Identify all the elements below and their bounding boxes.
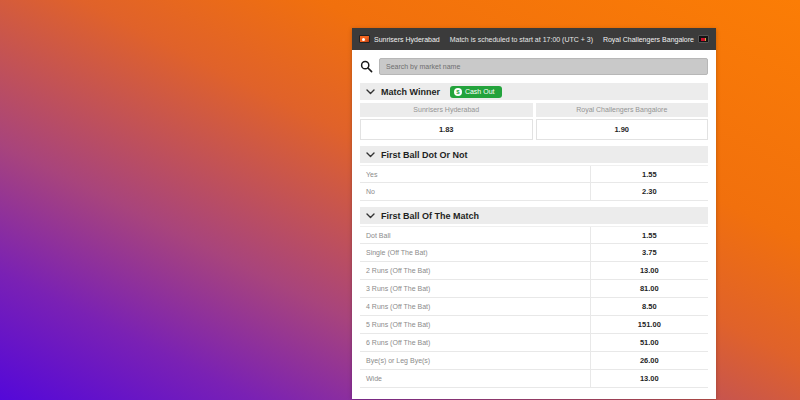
selection-odds[interactable]: 151.00 [590, 316, 708, 333]
selection-row[interactable]: Single (Off The Bat) 3.75 [360, 244, 708, 262]
page-background: { "header": { "home_team": "Sunrisers Hy… [0, 0, 800, 400]
chevron-down-icon [366, 151, 375, 158]
selection-rows: Yes 1.55 No 2.30 [360, 165, 708, 201]
selection-odds[interactable]: 3.75 [590, 244, 708, 261]
home-team: Sunrisers Hyderabad [359, 35, 440, 43]
selection-rows: Dot Ball 1.55 Single (Off The Bat) 3.75 … [360, 226, 708, 388]
selection-label: 5 Runs (Off The Bat) [360, 316, 590, 333]
selection-row[interactable]: Wide 13.00 [360, 370, 708, 388]
selection-row[interactable]: Bye(s) or Leg Bye(s) 26.00 [360, 352, 708, 370]
selection-label: 6 Runs (Off The Bat) [360, 334, 590, 351]
away-team-name: Royal Challengers Bangalore [603, 36, 694, 43]
selection-row[interactable]: No 2.30 [360, 183, 708, 201]
market-header-first-ball-dot-or-not[interactable]: First Ball Dot Or Not [360, 146, 708, 163]
cash-out-label: Cash Out [465, 88, 495, 95]
selection-label: Single (Off The Bat) [360, 244, 590, 261]
selection-label: Dot Ball [360, 227, 590, 243]
chevron-down-icon [366, 88, 375, 95]
market-title: First Ball Dot Or Not [381, 150, 468, 160]
selection-row[interactable]: 5 Runs (Off The Bat) 151.00 [360, 316, 708, 334]
cash-out-button[interactable]: $ Cash Out [450, 86, 502, 98]
selection-odds[interactable]: 13.00 [590, 370, 708, 387]
selection-row[interactable]: 3 Runs (Off The Bat) 81.00 [360, 280, 708, 298]
selection-label: 4 Runs (Off The Bat) [360, 298, 590, 315]
selection-row[interactable]: Dot Ball 1.55 [360, 226, 708, 244]
rcb-flag-icon [698, 35, 709, 43]
market-title: First Ball Of The Match [381, 211, 479, 221]
outcome-name-away: Royal Challengers Bangalore [536, 103, 709, 117]
selection-label: Yes [360, 166, 590, 182]
market-match-winner: Match Winner $ Cash Out Sunrisers Hydera… [360, 83, 708, 140]
market-title: Match Winner [381, 87, 440, 97]
search-icon [360, 60, 373, 73]
selection-label: 2 Runs (Off The Bat) [360, 262, 590, 279]
match-status-text: Match is scheduled to start at 17:00 (UT… [450, 36, 593, 43]
markets-list: Match Winner $ Cash Out Sunrisers Hydera… [352, 50, 716, 399]
coin-dollar-icon: $ [454, 88, 462, 96]
odds-button-away[interactable]: 1.90 [536, 119, 709, 140]
market-first-ball-of-the-match: First Ball Of The Match Dot Ball 1.55 Si… [360, 207, 708, 388]
selection-row[interactable]: Yes 1.55 [360, 165, 708, 183]
match-header: Sunrisers Hyderabad Match is scheduled t… [352, 28, 716, 50]
selection-odds[interactable]: 1.55 [590, 227, 708, 243]
market-header-first-ball-of-the-match[interactable]: First Ball Of The Match [360, 207, 708, 224]
search-input[interactable] [379, 58, 708, 75]
srh-flag-icon [359, 35, 370, 43]
selection-odds[interactable]: 81.00 [590, 280, 708, 297]
outcome-name-row: Sunrisers Hyderabad Royal Challengers Ba… [360, 103, 708, 117]
selection-odds[interactable]: 1.55 [590, 166, 708, 182]
market-first-ball-dot-or-not: First Ball Dot Or Not Yes 1.55 No 2.30 [360, 146, 708, 201]
selection-row[interactable]: 4 Runs (Off The Bat) 8.50 [360, 298, 708, 316]
selection-odds[interactable]: 2.30 [590, 183, 708, 200]
selection-label: 3 Runs (Off The Bat) [360, 280, 590, 297]
selection-odds[interactable]: 8.50 [590, 298, 708, 315]
selection-label: Wide [360, 370, 590, 387]
chevron-down-icon [366, 212, 375, 219]
selection-label: No [360, 183, 590, 200]
away-team: Royal Challengers Bangalore [603, 35, 709, 43]
betting-panel: Sunrisers Hyderabad Match is scheduled t… [352, 28, 716, 399]
odds-button-home[interactable]: 1.83 [360, 119, 533, 140]
home-team-name: Sunrisers Hyderabad [374, 36, 440, 43]
market-header-match-winner[interactable]: Match Winner $ Cash Out [360, 83, 708, 100]
selection-odds[interactable]: 26.00 [590, 352, 708, 369]
outcome-name-home: Sunrisers Hyderabad [360, 103, 533, 117]
selection-odds[interactable]: 13.00 [590, 262, 708, 279]
market-search [360, 58, 708, 75]
outcome-odds-row: 1.83 1.90 [360, 119, 708, 140]
selection-label: Bye(s) or Leg Bye(s) [360, 352, 590, 369]
selection-row[interactable]: 6 Runs (Off The Bat) 51.00 [360, 334, 708, 352]
selection-row[interactable]: 2 Runs (Off The Bat) 13.00 [360, 262, 708, 280]
selection-odds[interactable]: 51.00 [590, 334, 708, 351]
